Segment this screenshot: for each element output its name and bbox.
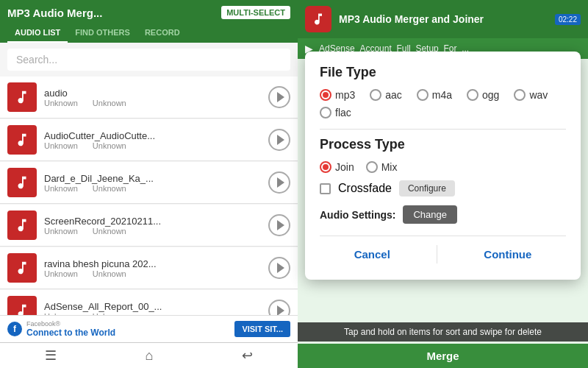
- audio-info: audio Unknown Unknown: [44, 88, 264, 107]
- crossfade-checkbox[interactable]: [320, 183, 331, 194]
- audio-meta: Unknown Unknown: [44, 99, 264, 107]
- list-item: audio Unknown Unknown: [0, 77, 298, 118]
- audio-name: AudioCutter_AudioCutte...: [44, 130, 264, 141]
- crossfade-row: Crossfade Configure: [320, 180, 566, 197]
- bottom-hint: Tap and hold on items for sort and swipe…: [298, 322, 588, 342]
- multi-select-badge[interactable]: MULTI-SELECT: [221, 6, 290, 19]
- play-button[interactable]: [268, 129, 290, 151]
- left-panel: MP3 Audio Merg... MULTI-SELECT AUDIO LIS…: [0, 0, 298, 368]
- dialog-divider: [320, 236, 566, 236]
- audio-icon: [7, 296, 37, 315]
- facebook-icon: f: [7, 322, 22, 336]
- radio-flac[interactable]: flac: [320, 107, 351, 118]
- configure-button[interactable]: Configure: [399, 180, 455, 197]
- audio-info: ScreenRecord_20210211... Unknown Unknown: [44, 216, 264, 236]
- audio-meta: Unknown Unknown: [44, 269, 264, 278]
- radio-mix[interactable]: Mix: [366, 161, 398, 173]
- radio-m4a[interactable]: m4a: [417, 89, 452, 101]
- audio-icon: [7, 125, 37, 155]
- audio-info: ravina bhesh picuna 202... Unknown Unkno…: [44, 258, 264, 278]
- radio-circle-mp3: [320, 89, 331, 101]
- right-app-title: MP3 Audio Merger and Joiner: [339, 13, 548, 25]
- file-type-options: mp3 aac m4a ogg wav flac: [320, 89, 566, 118]
- time-badge: 02:22: [555, 14, 581, 25]
- fb-text: Facebook® Connect to the World: [26, 320, 115, 338]
- audio-icon: [7, 253, 37, 283]
- list-item: AdSense_All_Report_00_... Unknown Unknow…: [0, 290, 298, 315]
- cancel-button[interactable]: Cancel: [332, 242, 412, 266]
- play-button[interactable]: [268, 257, 290, 279]
- audio-info: AdSense_All_Report_00_... Unknown Unknow…: [44, 301, 264, 316]
- audio-meta: Unknown Unknown: [44, 184, 264, 193]
- process-type-options: Join Mix: [320, 161, 566, 173]
- continue-button[interactable]: Continue: [462, 242, 553, 266]
- list-item: ravina bhesh picuna 202... Unknown Unkno…: [0, 247, 298, 289]
- audio-icon: [7, 168, 37, 197]
- radio-ogg[interactable]: ogg: [467, 89, 499, 101]
- dialog-buttons: Cancel Continue: [320, 242, 566, 266]
- radio-join[interactable]: Join: [320, 161, 354, 173]
- audio-meta: Unknown Unknown: [44, 227, 264, 236]
- audio-name: audio: [44, 88, 264, 99]
- audio-icon: [7, 82, 37, 112]
- play-button[interactable]: [268, 300, 290, 315]
- radio-circle-flac: [320, 107, 331, 118]
- radio-circle-aac: [370, 89, 381, 101]
- menu-icon[interactable]: ☰: [45, 347, 57, 364]
- fb-brand: Facebook®: [26, 320, 115, 328]
- change-button[interactable]: Change: [403, 205, 457, 224]
- radio-circle-mix: [366, 161, 378, 173]
- radio-circle-ogg: [467, 89, 478, 101]
- radio-wav[interactable]: wav: [514, 89, 548, 101]
- visit-site-button[interactable]: VISIT SIT...: [234, 321, 290, 337]
- audio-name: ScreenRecord_20210211...: [44, 216, 264, 227]
- radio-circle-join: [320, 161, 331, 173]
- audio-info: Dard_e_Dil_Jeene_Ka_... Unknown Unknown: [44, 173, 264, 193]
- tab-audio-list[interactable]: AUDIO LIST: [7, 24, 68, 43]
- right-header: MP3 Audio Merger and Joiner 02:22: [298, 0, 588, 38]
- tab-record[interactable]: RECORD: [137, 24, 187, 43]
- right-app-icon: [305, 6, 331, 32]
- facebook-banner: f Facebook® Connect to the World VISIT S…: [0, 315, 298, 342]
- divider: [320, 129, 566, 130]
- audio-name: ravina bhesh picuna 202...: [44, 258, 264, 269]
- file-type-title: File Type: [320, 65, 566, 80]
- app-title: MP3 Audio Merg...: [7, 7, 102, 19]
- radio-circle-wav: [514, 89, 526, 101]
- play-button[interactable]: [268, 86, 290, 108]
- list-item: Dard_e_Dil_Jeene_Ka_... Unknown Unknown: [0, 162, 298, 204]
- radio-mp3[interactable]: mp3: [320, 89, 355, 101]
- audio-meta: Unknown Unknown: [44, 141, 264, 150]
- audio-name: Dard_e_Dil_Jeene_Ka_...: [44, 173, 264, 184]
- play-button[interactable]: [268, 171, 290, 194]
- left-header: MP3 Audio Merg... MULTI-SELECT AUDIO LIS…: [0, 0, 298, 43]
- tab-find-others[interactable]: FIND OTHERS: [68, 24, 137, 43]
- radio-circle-m4a: [417, 89, 429, 101]
- audio-info: AudioCutter_AudioCutte... Unknown Unknow…: [44, 130, 264, 150]
- list-item: AudioCutter_AudioCutte... Unknown Unknow…: [0, 119, 298, 161]
- audio-name: AdSense_All_Report_00_...: [44, 301, 264, 312]
- search-input[interactable]: Search...: [7, 49, 290, 71]
- file-type-dialog: File Type mp3 aac m4a ogg wav: [305, 52, 581, 280]
- audio-icon: [7, 210, 37, 240]
- fb-slogan: Connect to the World: [26, 328, 115, 338]
- list-item: ScreenRecord_20210211... Unknown Unknown: [0, 205, 298, 247]
- audio-settings-label: Audio Settings:: [320, 209, 395, 221]
- crossfade-label: Crossfade: [338, 182, 392, 195]
- home-icon[interactable]: ⌂: [146, 348, 154, 364]
- audio-settings-row: Audio Settings: Change: [320, 205, 566, 224]
- right-panel: MP3 Audio Merger and Joiner 02:22 ▶ AdSe…: [298, 0, 588, 368]
- process-type-title: Process Type: [320, 137, 566, 152]
- merge-button[interactable]: Merge: [298, 344, 588, 368]
- left-nav-bar: ☰ ⌂ ↩: [0, 342, 298, 368]
- back-icon[interactable]: ↩: [242, 347, 253, 364]
- button-divider: [437, 245, 437, 263]
- play-button[interactable]: [268, 214, 290, 236]
- audio-list: audio Unknown Unknown AudioCutter_AudioC…: [0, 77, 298, 315]
- radio-aac[interactable]: aac: [370, 89, 402, 101]
- tabs: AUDIO LIST FIND OTHERS RECORD: [7, 24, 290, 43]
